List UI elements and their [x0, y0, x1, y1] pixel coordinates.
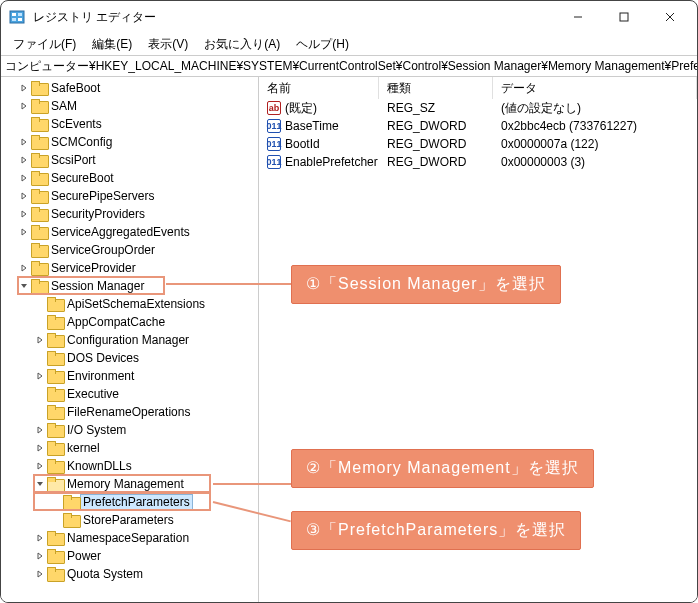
value-name: ab(既定)	[259, 100, 379, 117]
chevron-right-icon[interactable]	[33, 372, 47, 380]
tree-node[interactable]: AppCompatCache	[1, 313, 258, 331]
tree-node[interactable]: ScsiPort	[1, 151, 258, 169]
chevron-right-icon[interactable]	[33, 462, 47, 470]
tree-node[interactable]: SafeBoot	[1, 79, 258, 97]
folder-icon	[47, 333, 63, 347]
chevron-right-icon[interactable]	[17, 156, 31, 164]
tree-node[interactable]: Executive	[1, 385, 258, 403]
tree-node[interactable]: ServiceGroupOrder	[1, 241, 258, 259]
tree-node[interactable]: SecureBoot	[1, 169, 258, 187]
chevron-right-icon[interactable]	[17, 192, 31, 200]
tree-node[interactable]: ScEvents	[1, 115, 258, 133]
menu-edit[interactable]: 編集(E)	[84, 34, 140, 55]
tree-node[interactable]: NamespaceSeparation	[1, 529, 258, 547]
tree-node[interactable]: SecurePipeServers	[1, 187, 258, 205]
menu-favorites[interactable]: お気に入り(A)	[196, 34, 288, 55]
value-name: 011BaseTime	[259, 119, 379, 133]
tree-node[interactable]: PrefetchParameters	[1, 493, 258, 511]
tree-node-label: SAM	[49, 99, 79, 113]
tree-node[interactable]: ServiceAggregatedEvents	[1, 223, 258, 241]
tree-node[interactable]: KnownDLLs	[1, 457, 258, 475]
value-row[interactable]: 011BaseTimeREG_DWORD0x2bbc4ecb (73376122…	[259, 117, 697, 135]
tree-node[interactable]: Memory Management	[1, 475, 258, 493]
chevron-right-icon[interactable]	[17, 174, 31, 182]
tree-node[interactable]: Quota System	[1, 565, 258, 583]
folder-icon	[63, 495, 79, 509]
value-data: 0x0000007a (122)	[493, 137, 697, 151]
tree-node-label: ScsiPort	[49, 153, 98, 167]
folder-icon	[47, 441, 63, 455]
tree-node-label: SecurityProviders	[49, 207, 147, 221]
folder-icon	[47, 297, 63, 311]
chevron-right-icon[interactable]	[33, 444, 47, 452]
tree-node-label: DOS Devices	[65, 351, 141, 365]
chevron-right-icon[interactable]	[33, 570, 47, 578]
chevron-right-icon[interactable]	[17, 210, 31, 218]
chevron-right-icon[interactable]	[17, 228, 31, 236]
value-name: 011BootId	[259, 137, 379, 151]
chevron-right-icon[interactable]	[33, 426, 47, 434]
chevron-right-icon[interactable]	[33, 534, 47, 542]
tree-node[interactable]: Session Manager	[1, 277, 258, 295]
tree-node[interactable]: ServiceProvider	[1, 259, 258, 277]
folder-icon	[31, 189, 47, 203]
tree-node[interactable]: StoreParameters	[1, 511, 258, 529]
folder-icon	[47, 549, 63, 563]
value-row[interactable]: 011BootIdREG_DWORD0x0000007a (122)	[259, 135, 697, 153]
tree-node[interactable]: kernel	[1, 439, 258, 457]
folder-icon	[31, 171, 47, 185]
chevron-right-icon[interactable]	[33, 336, 47, 344]
tree-node-label: KnownDLLs	[65, 459, 134, 473]
col-data[interactable]: データ	[493, 77, 697, 99]
chevron-right-icon[interactable]	[17, 84, 31, 92]
value-name-label: (既定)	[285, 100, 317, 117]
value-row[interactable]: 011EnablePrefetcherREG_DWORD0x00000003 (…	[259, 153, 697, 171]
menu-file[interactable]: ファイル(F)	[5, 34, 84, 55]
folder-icon	[31, 279, 47, 293]
tree-node-label: Power	[65, 549, 103, 563]
tree-node-label: Session Manager	[49, 279, 146, 293]
tree-node-label: Environment	[65, 369, 136, 383]
tree-node[interactable]: ApiSetSchemaExtensions	[1, 295, 258, 313]
tree-node-label: SafeBoot	[49, 81, 102, 95]
tree-node-label: SCMConfig	[49, 135, 114, 149]
svg-rect-6	[620, 13, 628, 21]
menu-help[interactable]: ヘルプ(H)	[288, 34, 357, 55]
window-title: レジストリ エディター	[33, 9, 555, 26]
registry-tree: SafeBootSAMScEventsSCMConfigScsiPortSecu…	[1, 77, 258, 585]
chevron-right-icon[interactable]	[17, 138, 31, 146]
tree-node[interactable]: SAM	[1, 97, 258, 115]
folder-icon	[47, 459, 63, 473]
tree-node[interactable]: SecurityProviders	[1, 205, 258, 223]
tree-node[interactable]: Configuration Manager	[1, 331, 258, 349]
tree-node-label: SecurePipeServers	[49, 189, 156, 203]
tree-node-label: StoreParameters	[81, 513, 176, 527]
tree-node[interactable]: FileRenameOperations	[1, 403, 258, 421]
tree-pane[interactable]: SafeBootSAMScEventsSCMConfigScsiPortSecu…	[1, 77, 259, 602]
value-row[interactable]: ab(既定)REG_SZ(値の設定なし)	[259, 99, 697, 117]
tree-node-label: SecureBoot	[49, 171, 116, 185]
tree-node[interactable]: Power	[1, 547, 258, 565]
chevron-right-icon[interactable]	[33, 552, 47, 560]
folder-icon	[31, 261, 47, 275]
chevron-down-icon[interactable]	[33, 480, 47, 488]
close-button[interactable]	[647, 1, 693, 33]
col-name[interactable]: 名前	[259, 77, 379, 99]
menu-view[interactable]: 表示(V)	[140, 34, 196, 55]
folder-icon	[47, 567, 63, 581]
chevron-down-icon[interactable]	[17, 282, 31, 290]
chevron-right-icon[interactable]	[17, 264, 31, 272]
minimize-button[interactable]	[555, 1, 601, 33]
tree-node[interactable]: SCMConfig	[1, 133, 258, 151]
tree-node[interactable]: Environment	[1, 367, 258, 385]
maximize-button[interactable]	[601, 1, 647, 33]
tree-node-label: AppCompatCache	[65, 315, 167, 329]
chevron-right-icon[interactable]	[17, 102, 31, 110]
tree-node[interactable]: I/O System	[1, 421, 258, 439]
tree-node-label: PrefetchParameters	[81, 495, 192, 509]
value-name-label: BaseTime	[285, 119, 339, 133]
addressbar[interactable]: コンピューター¥HKEY_LOCAL_MACHINE¥SYSTEM¥Curren…	[1, 55, 697, 77]
tree-node[interactable]: DOS Devices	[1, 349, 258, 367]
col-type[interactable]: 種類	[379, 77, 493, 99]
folder-icon	[47, 369, 63, 383]
